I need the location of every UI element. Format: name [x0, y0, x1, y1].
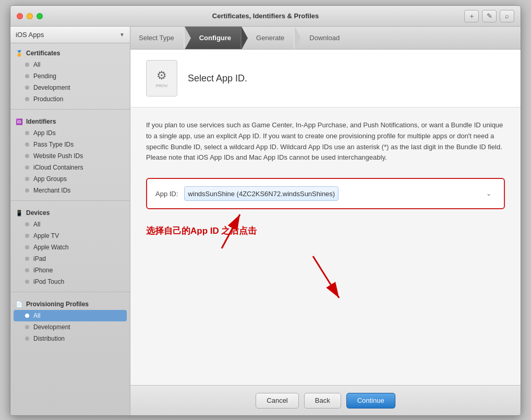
annotation-container: 选择自己的App ID 之后点击	[146, 220, 505, 282]
profiles-distribution-label: Distribution	[33, 335, 65, 342]
add-button[interactable]: ＋	[464, 10, 479, 22]
step-download[interactable]: Download	[295, 27, 350, 49]
dot-icon	[25, 142, 29, 147]
app-id-select[interactable]: windsSunShine (4ZC2KS6N72.windsSunShines…	[184, 186, 339, 201]
sidebar-item-pass-type-ids[interactable]: Pass Type IDs	[10, 139, 130, 150]
minimize-button[interactable]	[27, 13, 33, 19]
sidebar: iOS Apps ▼ 🏅 Certificates All Pending	[10, 27, 130, 415]
icloud-containers-label: iCloud Containers	[33, 164, 83, 171]
profiles-development-label: Development	[33, 323, 70, 331]
devices-all-label: All	[33, 221, 40, 228]
sidebar-item-apple-tv[interactable]: Apple TV	[10, 230, 130, 242]
dot-icon	[25, 165, 29, 170]
back-button[interactable]: Back	[304, 393, 341, 409]
sidebar-item-devices-all[interactable]: All	[10, 219, 130, 230]
certs-development-label: Development	[33, 84, 70, 91]
main-panel: Select Type Configure Generate Download …	[130, 27, 521, 415]
dot-icon	[25, 280, 29, 284]
certificates-label: Certificates	[26, 50, 60, 57]
main-window: Certificates, Identifiers & Profiles ＋ ✎…	[10, 5, 521, 416]
platform-dropdown-container[interactable]: iOS Apps ▼	[10, 27, 130, 43]
profiles-section: 📄 Provisioning Profiles All Development …	[10, 294, 130, 346]
sidebar-item-profiles-development[interactable]: Development	[10, 321, 130, 333]
close-button[interactable]	[17, 13, 23, 19]
sidebar-item-iphone[interactable]: iPhone	[10, 265, 130, 276]
window-title: Certificates, Identifiers & Profiles	[212, 12, 319, 20]
identifiers-label: Identifiers	[26, 118, 56, 125]
sidebar-item-profiles-distribution[interactable]: Distribution	[10, 333, 130, 344]
app-ids-label: App IDs	[33, 129, 56, 137]
dot-icon	[25, 74, 29, 78]
iphone-label: iPhone	[33, 267, 53, 274]
profiles-all-label: All	[33, 312, 40, 319]
search-button[interactable]: ⌕	[500, 10, 514, 22]
certs-pending-label: Pending	[33, 73, 56, 80]
certs-all-label: All	[33, 61, 40, 68]
apple-tv-label: Apple TV	[33, 232, 59, 239]
step-configure[interactable]: Configure	[185, 27, 242, 49]
dot-icon	[25, 86, 29, 90]
step-generate[interactable]: Generate	[242, 27, 295, 49]
dot-icon	[25, 154, 29, 158]
content-title: Select App ID.	[188, 73, 247, 84]
sidebar-item-ipad[interactable]: iPad	[10, 253, 130, 265]
dot-icon	[25, 188, 29, 193]
sidebar-item-certs-pending[interactable]: Pending	[10, 70, 130, 82]
step-download-label: Download	[309, 34, 340, 42]
dot-icon	[25, 234, 29, 238]
app-id-label: App ID:	[155, 190, 178, 198]
dot-icon	[25, 177, 29, 181]
profiles-icon: 📄	[16, 301, 23, 308]
devices-label: Devices	[26, 209, 50, 217]
sidebar-item-certs-production[interactable]: Production	[10, 93, 130, 105]
steps-bar: Select Type Configure Generate Download	[130, 27, 521, 50]
app-id-select-wrapper: windsSunShine (4ZC2KS6N72.windsSunShines…	[184, 186, 496, 201]
content-scroll-area: ⚙ PROV Select App ID. If you plan to use…	[130, 50, 521, 385]
sidebar-item-icloud-containers[interactable]: iCloud Containers	[10, 162, 130, 173]
dropdown-arrow-icon: ▼	[119, 32, 125, 38]
devices-section: 📱 Devices All Apple TV Apple Watch	[10, 203, 130, 290]
certificates-section: 🏅 Certificates All Pending Development	[10, 43, 130, 107]
dot-icon	[25, 314, 29, 318]
step-configure-label: Configure	[199, 34, 231, 42]
dot-icon	[25, 63, 29, 67]
profiles-header: 📄 Provisioning Profiles	[10, 298, 130, 310]
sidebar-item-certs-all[interactable]: All	[10, 59, 130, 70]
platform-dropdown[interactable]: iOS Apps	[16, 31, 119, 39]
dot-icon	[25, 337, 29, 341]
content-area: iOS Apps ▼ 🏅 Certificates All Pending	[10, 27, 521, 415]
identifiers-section: 🆔 Identifiers App IDs Pass Type IDs Webs…	[10, 112, 130, 198]
annotation-text: 选择自己的App ID 之后点击	[146, 225, 257, 237]
app-id-row: App ID: windsSunShine (4ZC2KS6N72.windsS…	[146, 178, 505, 209]
bottom-bar: Cancel Back Continue	[130, 385, 521, 415]
maximize-button[interactable]	[37, 13, 43, 19]
sidebar-item-ipod-touch[interactable]: iPod Touch	[10, 276, 130, 287]
sidebar-item-app-groups[interactable]: App Groups	[10, 173, 130, 185]
dot-icon	[25, 325, 29, 329]
devices-icon: 📱	[16, 209, 23, 217]
sidebar-item-app-ids[interactable]: App IDs	[10, 127, 130, 139]
sidebar-item-website-push-ids[interactable]: Website Push IDs	[10, 150, 130, 162]
step-generate-label: Generate	[256, 34, 284, 42]
sidebar-item-apple-watch[interactable]: Apple Watch	[10, 242, 130, 253]
dot-icon	[25, 268, 29, 272]
dot-icon	[25, 245, 29, 249]
continue-button[interactable]: Continue	[346, 393, 395, 409]
edit-button[interactable]: ✎	[482, 10, 497, 22]
step-select-type[interactable]: Select Type	[130, 27, 185, 49]
window-controls	[17, 13, 43, 19]
cancel-button[interactable]: Cancel	[256, 393, 298, 409]
divider	[10, 292, 130, 292]
dot-icon	[25, 97, 29, 101]
divider	[10, 109, 130, 110]
sidebar-item-certs-development[interactable]: Development	[10, 82, 130, 93]
sidebar-item-profiles-all[interactable]: All	[14, 310, 127, 321]
gear-icon: ⚙	[156, 69, 167, 82]
titlebar-actions: ＋ ✎ ⌕	[464, 10, 514, 22]
ipad-label: iPad	[33, 255, 46, 262]
sidebar-item-merchant-ids[interactable]: Merchant IDs	[10, 185, 130, 196]
dot-icon	[25, 222, 29, 226]
prov-file-icon: ⚙ PROV	[146, 60, 177, 97]
dot-icon	[25, 257, 29, 261]
prov-icon-label: PROV	[156, 83, 168, 88]
